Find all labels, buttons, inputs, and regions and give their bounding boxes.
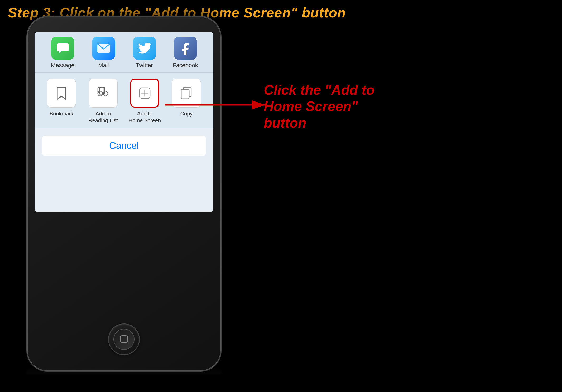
- svg-marker-1: [59, 51, 61, 54]
- home-button-square-icon: [120, 335, 128, 343]
- svg-point-5: [98, 91, 103, 96]
- action-bookmark[interactable]: Bookmark: [42, 79, 81, 117]
- reading-list-icon-box: [89, 79, 118, 108]
- arrow-pointer: [160, 94, 273, 115]
- facebook-icon: [174, 37, 197, 60]
- bookmark-icon-box: [47, 79, 76, 108]
- facebook-label: Facebook: [172, 62, 198, 69]
- home-screen-icon-box: [130, 79, 159, 108]
- reading-list-label: Add toReading List: [88, 110, 118, 124]
- share-app-facebook[interactable]: Facebook: [165, 37, 206, 69]
- annotation-line2: Home Screen" button: [264, 99, 358, 130]
- cancel-label: Cancel: [109, 140, 139, 151]
- cancel-button[interactable]: Cancel: [42, 136, 206, 156]
- svg-rect-0: [57, 43, 69, 51]
- phone-screen: Message Mail Twitter: [35, 32, 213, 212]
- phone-reflection: [26, 365, 222, 374]
- share-app-mail[interactable]: Mail: [83, 37, 124, 69]
- mail-icon: [92, 37, 115, 60]
- home-button[interactable]: [108, 323, 140, 355]
- share-apps-row: Message Mail Twitter: [35, 32, 213, 73]
- twitter-icon: [133, 37, 156, 60]
- annotation-text: Click the "Add to Home Screen" button: [264, 82, 390, 131]
- share-app-twitter[interactable]: Twitter: [124, 37, 165, 69]
- add-home-screen-icon: [137, 86, 152, 100]
- svg-point-6: [103, 91, 108, 96]
- share-app-message[interactable]: Message: [42, 37, 83, 69]
- home-button-inner: [113, 329, 135, 350]
- reading-list-icon: [96, 86, 111, 100]
- mail-label: Mail: [98, 62, 109, 69]
- action-home-screen[interactable]: Add toHome Screen: [125, 79, 164, 124]
- action-reading-list[interactable]: Add toReading List: [84, 79, 123, 124]
- message-label: Message: [51, 62, 74, 69]
- annotation-line1: Click the "Add to: [264, 82, 374, 98]
- cancel-section: Cancel: [35, 128, 213, 163]
- home-screen-label: Add toHome Screen: [129, 110, 161, 124]
- svg-rect-4: [99, 87, 105, 94]
- message-icon: [51, 37, 74, 60]
- twitter-label: Twitter: [136, 62, 153, 69]
- bookmark-label: Bookmark: [50, 110, 73, 117]
- bookmark-icon: [54, 86, 69, 100]
- phone-device: Message Mail Twitter: [26, 16, 222, 372]
